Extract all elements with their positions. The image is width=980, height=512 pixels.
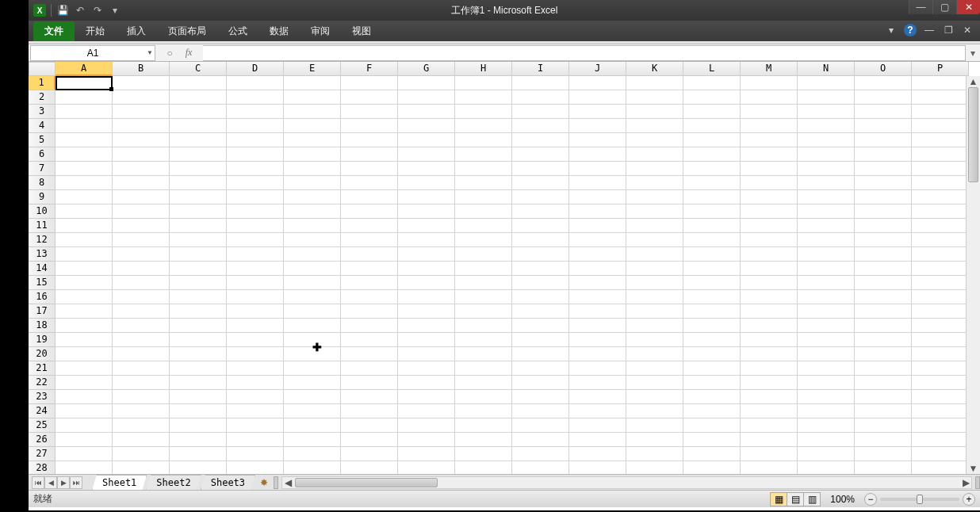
cell-B19[interactable] <box>113 333 170 347</box>
maximize-button[interactable]: ▢ <box>932 0 956 14</box>
cell-F9[interactable] <box>341 190 398 204</box>
qat-dropdown-icon[interactable]: ▾ <box>109 4 121 17</box>
cell-O19[interactable] <box>855 333 912 347</box>
redo-icon[interactable]: ↷ <box>91 4 104 17</box>
zoom-track[interactable] <box>880 498 959 501</box>
cell-G14[interactable] <box>398 262 455 276</box>
cell-E27[interactable] <box>284 447 341 461</box>
cell-A13[interactable] <box>56 247 113 262</box>
cell-O1[interactable] <box>855 76 912 90</box>
cell-M16[interactable] <box>741 290 798 304</box>
cell-G28[interactable] <box>398 461 455 474</box>
cell-A1[interactable] <box>56 76 113 90</box>
cell-H21[interactable] <box>455 361 512 376</box>
column-header-M[interactable]: M <box>741 62 798 76</box>
cell-C26[interactable] <box>170 433 227 447</box>
cell-K7[interactable] <box>626 162 683 176</box>
cell-O24[interactable] <box>855 404 912 418</box>
close-button[interactable]: ✕ <box>956 0 980 14</box>
doc-restore-icon[interactable]: ❐ <box>942 24 955 36</box>
cell-P18[interactable] <box>912 319 969 333</box>
cell-N24[interactable] <box>798 404 855 418</box>
row-header-19[interactable]: 19 <box>29 333 56 347</box>
cell-G16[interactable] <box>398 290 455 304</box>
column-header-E[interactable]: E <box>284 62 341 76</box>
cell-C14[interactable] <box>170 262 227 276</box>
cell-B1[interactable] <box>113 76 170 90</box>
row-header-9[interactable]: 9 <box>29 190 56 204</box>
cell-M24[interactable] <box>741 404 798 418</box>
cell-K12[interactable] <box>626 233 683 247</box>
tab-split-handle[interactable] <box>274 476 278 489</box>
cell-H7[interactable] <box>455 162 512 176</box>
cell-O26[interactable] <box>855 433 912 447</box>
cell-L3[interactable] <box>683 105 741 119</box>
cell-E20[interactable] <box>284 347 341 361</box>
horizontal-scrollbar[interactable]: ◀ ▶ <box>281 476 972 489</box>
cell-J23[interactable] <box>569 390 626 404</box>
formula-input[interactable] <box>203 45 966 61</box>
cell-I7[interactable] <box>512 162 569 176</box>
cell-K28[interactable] <box>626 461 683 474</box>
cell-K20[interactable] <box>626 347 683 361</box>
row-header-8[interactable]: 8 <box>29 176 56 190</box>
cell-N16[interactable] <box>798 290 855 304</box>
cell-M8[interactable] <box>741 176 798 190</box>
cell-B12[interactable] <box>113 233 170 247</box>
cell-J11[interactable] <box>569 219 626 233</box>
cell-O4[interactable] <box>855 119 912 133</box>
cell-M4[interactable] <box>741 119 798 133</box>
cell-H24[interactable] <box>455 404 512 418</box>
cell-I12[interactable] <box>512 233 569 247</box>
cell-L24[interactable] <box>683 404 741 418</box>
cell-A24[interactable] <box>56 404 113 418</box>
tab-insert[interactable]: 插入 <box>116 21 157 41</box>
cell-G6[interactable] <box>398 147 455 162</box>
cell-A3[interactable] <box>56 105 113 119</box>
cell-G8[interactable] <box>398 176 455 190</box>
cell-K6[interactable] <box>626 147 683 162</box>
cell-O11[interactable] <box>855 219 912 233</box>
cell-J14[interactable] <box>569 262 626 276</box>
cell-K8[interactable] <box>626 176 683 190</box>
cell-O9[interactable] <box>855 190 912 204</box>
cell-J27[interactable] <box>569 447 626 461</box>
cell-O27[interactable] <box>855 447 912 461</box>
column-header-G[interactable]: G <box>398 62 455 76</box>
cell-D10[interactable] <box>227 204 284 219</box>
row-header-27[interactable]: 27 <box>29 447 56 461</box>
cell-G11[interactable] <box>398 219 455 233</box>
cell-C21[interactable] <box>170 361 227 376</box>
cell-F18[interactable] <box>341 319 398 333</box>
cell-N27[interactable] <box>798 447 855 461</box>
cell-H20[interactable] <box>455 347 512 361</box>
column-header-J[interactable]: J <box>569 62 626 76</box>
cell-N11[interactable] <box>798 219 855 233</box>
cell-C7[interactable] <box>170 162 227 176</box>
column-header-B[interactable]: B <box>113 62 170 76</box>
cell-D24[interactable] <box>227 404 284 418</box>
cell-I3[interactable] <box>512 105 569 119</box>
cell-I14[interactable] <box>512 262 569 276</box>
cell-F20[interactable] <box>341 347 398 361</box>
cell-O6[interactable] <box>855 147 912 162</box>
cell-F4[interactable] <box>341 119 398 133</box>
cell-A8[interactable] <box>56 176 113 190</box>
cell-H15[interactable] <box>455 276 512 290</box>
cell-O3[interactable] <box>855 105 912 119</box>
cell-H8[interactable] <box>455 176 512 190</box>
cell-K25[interactable] <box>626 418 683 433</box>
vertical-scrollbar[interactable]: ▲ ▼ <box>966 76 980 474</box>
cell-C13[interactable] <box>170 247 227 262</box>
cell-I9[interactable] <box>512 190 569 204</box>
cell-M20[interactable] <box>741 347 798 361</box>
cell-B6[interactable] <box>113 147 170 162</box>
cell-A22[interactable] <box>56 376 113 390</box>
page-break-view-icon[interactable]: ▥ <box>803 492 821 506</box>
column-header-K[interactable]: K <box>626 62 683 76</box>
cell-B11[interactable] <box>113 219 170 233</box>
cell-F22[interactable] <box>341 376 398 390</box>
cell-N2[interactable] <box>798 90 855 105</box>
cell-F15[interactable] <box>341 276 398 290</box>
cell-L13[interactable] <box>683 247 741 262</box>
